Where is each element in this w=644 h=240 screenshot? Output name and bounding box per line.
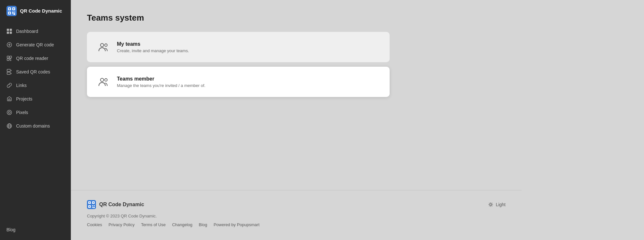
footer-logo-icon xyxy=(87,200,96,209)
svg-rect-22 xyxy=(7,72,10,74)
footer: QR Code Dynamic Light Copyright © 2023 Q… xyxy=(71,190,522,240)
projects-icon xyxy=(6,96,12,102)
logo-text: QR Code Dynamic xyxy=(20,8,62,14)
sidebar-item-blog[interactable]: Blog xyxy=(0,223,71,236)
svg-rect-44 xyxy=(94,205,95,206)
svg-rect-41 xyxy=(93,202,94,203)
svg-rect-4 xyxy=(9,8,10,10)
teams-member-title: Teams member xyxy=(117,76,205,82)
svg-point-28 xyxy=(8,111,10,113)
sidebar-item-domains[interactable]: Custom domains xyxy=(0,119,71,133)
footer-logo: QR Code Dynamic xyxy=(87,200,144,209)
svg-rect-21 xyxy=(7,69,10,72)
svg-point-34 xyxy=(100,78,104,82)
sidebar-item-generate[interactable]: Generate QR code xyxy=(0,38,71,52)
sidebar-item-label: Custom domains xyxy=(16,123,50,129)
sidebar-item-projects[interactable]: Projects xyxy=(0,92,71,106)
my-teams-desc: Create, invite and manage your teams. xyxy=(117,48,189,53)
my-teams-icon xyxy=(97,41,110,53)
sidebar-item-label: Dashboard xyxy=(16,29,38,34)
sidebar-nav: Dashboard Generate QR code QR code reade… xyxy=(0,22,71,135)
sidebar-item-label: Blog xyxy=(6,227,15,232)
svg-point-33 xyxy=(105,44,107,46)
footer-link-changelog[interactable]: Changelog xyxy=(172,222,192,227)
svg-line-52 xyxy=(489,203,490,204)
svg-rect-19 xyxy=(10,56,12,58)
svg-rect-40 xyxy=(89,202,90,203)
svg-rect-10 xyxy=(14,13,15,15)
svg-rect-13 xyxy=(7,32,9,34)
logo-icon xyxy=(6,6,17,16)
sidebar-item-links[interactable]: Links xyxy=(0,79,71,92)
sidebar-item-label: Projects xyxy=(16,96,33,101)
sidebar-item-dashboard[interactable]: Dashboard xyxy=(0,24,71,38)
svg-line-53 xyxy=(492,206,492,206)
sidebar-logo[interactable]: QR Code Dynamic xyxy=(0,0,71,22)
footer-copyright: Copyright © 2023 QR Code Dynamic. xyxy=(87,214,506,218)
theme-icon xyxy=(488,202,493,207)
footer-links: Cookies Privacy Policy Terms of Use Chan… xyxy=(87,222,506,227)
svg-rect-14 xyxy=(10,32,12,34)
pixels-icon xyxy=(6,110,12,115)
links-icon xyxy=(6,82,12,88)
page-title: Teams system xyxy=(87,13,506,23)
my-teams-title: My teams xyxy=(117,41,189,47)
footer-logo-text: QR Code Dynamic xyxy=(99,202,144,207)
footer-link-cookies[interactable]: Cookies xyxy=(87,222,102,227)
sidebar-item-saved[interactable]: Saved QR codes xyxy=(0,65,71,79)
sidebar-item-label: Links xyxy=(16,83,27,88)
svg-rect-45 xyxy=(92,207,93,208)
svg-rect-12 xyxy=(10,29,12,31)
sidebar-item-reader[interactable]: QR code reader xyxy=(0,52,71,65)
reader-icon xyxy=(6,55,12,61)
svg-rect-11 xyxy=(7,29,9,31)
svg-rect-9 xyxy=(12,13,13,14)
svg-rect-20 xyxy=(7,59,9,61)
svg-point-27 xyxy=(7,110,12,115)
svg-point-47 xyxy=(490,204,492,206)
footer-link-privacy[interactable]: Privacy Policy xyxy=(109,222,135,227)
footer-theme-toggle[interactable]: Light xyxy=(488,202,506,207)
sidebar-item-label: Saved QR codes xyxy=(16,69,50,74)
svg-rect-46 xyxy=(93,207,95,208)
saved-icon xyxy=(6,69,12,75)
svg-rect-7 xyxy=(12,12,14,13)
dashboard-icon xyxy=(6,28,12,34)
svg-rect-0 xyxy=(6,6,17,16)
sidebar-bottom: Blog xyxy=(0,219,71,240)
svg-rect-42 xyxy=(89,206,90,207)
footer-link-powered[interactable]: Powered by Popupsmart xyxy=(213,222,259,227)
domains-icon xyxy=(6,123,12,129)
content-area: Teams system My teams Create, invite and… xyxy=(71,0,522,190)
sidebar-item-label: Pixels xyxy=(16,110,28,115)
teams-member-desc: Manage the teams you're invited / a memb… xyxy=(117,83,205,88)
teams-member-content: Teams member Manage the teams you're inv… xyxy=(117,76,205,88)
sidebar: QR Code Dynamic Dashboard Generate QR co… xyxy=(0,0,71,240)
svg-line-55 xyxy=(489,206,490,206)
svg-rect-5 xyxy=(13,8,14,10)
svg-rect-43 xyxy=(92,205,93,206)
footer-link-terms[interactable]: Terms of Use xyxy=(141,222,166,227)
generate-icon xyxy=(6,42,12,48)
svg-rect-8 xyxy=(14,12,15,13)
main-content: Teams system My teams Create, invite and… xyxy=(71,0,644,240)
svg-point-35 xyxy=(105,79,107,81)
svg-point-32 xyxy=(100,43,104,47)
sidebar-item-label: QR code reader xyxy=(16,56,48,61)
teams-member-card[interactable]: Teams member Manage the teams you're inv… xyxy=(87,67,390,97)
sidebar-item-pixels[interactable]: Pixels xyxy=(0,106,71,119)
footer-top: QR Code Dynamic Light xyxy=(87,200,506,209)
svg-rect-6 xyxy=(9,13,10,14)
svg-line-54 xyxy=(492,203,492,204)
footer-link-blog[interactable]: Blog xyxy=(199,222,207,227)
my-teams-content: My teams Create, invite and manage your … xyxy=(117,41,189,53)
teams-member-icon xyxy=(97,75,110,88)
my-teams-card[interactable]: My teams Create, invite and manage your … xyxy=(87,32,390,62)
sidebar-item-label: Generate QR code xyxy=(16,42,54,47)
svg-rect-18 xyxy=(7,56,9,58)
theme-label: Light xyxy=(496,202,506,207)
